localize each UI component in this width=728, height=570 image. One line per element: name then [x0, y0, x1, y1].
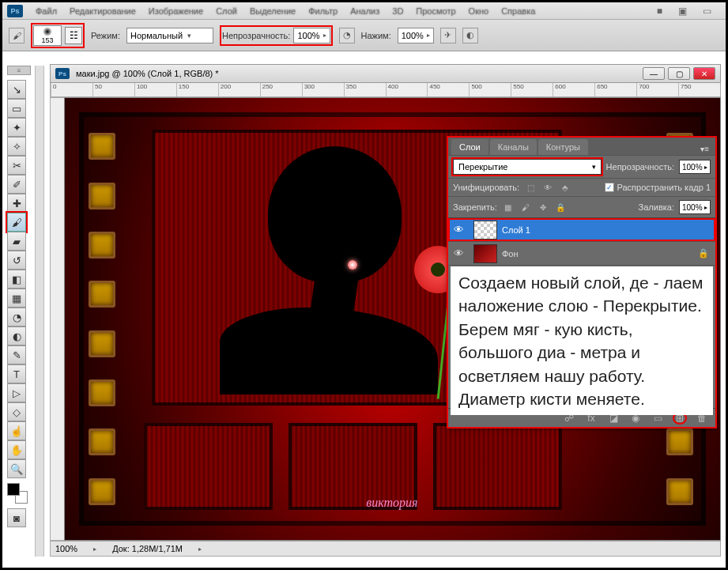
close-button[interactable]: ✕: [693, 67, 715, 80]
maximize-button[interactable]: ▢: [668, 67, 690, 80]
crop-tool[interactable]: ✂: [7, 156, 26, 175]
unify-position-icon[interactable]: ⬚: [524, 182, 537, 193]
dodge-tool[interactable]: ◐: [7, 327, 26, 345]
blend-mode-select[interactable]: Нормальный: [126, 28, 213, 43]
flow-input[interactable]: 100%▸: [398, 28, 434, 43]
layer-opacity-input[interactable]: 100%▸: [679, 160, 711, 174]
gradient-tool[interactable]: ▦: [7, 289, 26, 308]
layer-name[interactable]: Фон: [502, 249, 519, 259]
doc-size-value: 1,28M/1,71M: [132, 544, 183, 553]
layer-thumbnail[interactable]: [473, 221, 497, 240]
fill-label: Заливка:: [639, 202, 674, 212]
blur-tool[interactable]: ◔: [7, 308, 26, 327]
3d-tool[interactable]: ☝: [7, 421, 26, 440]
propagate-checkbox[interactable]: ✓: [605, 183, 614, 192]
tab-layers[interactable]: Слои: [451, 139, 488, 155]
quickmask-icon[interactable]: ◙: [7, 508, 26, 527]
stamp-tool[interactable]: ▰: [7, 232, 26, 251]
menu-image[interactable]: Изображение: [144, 5, 208, 17]
airbrush-icon[interactable]: ✈: [440, 28, 456, 43]
brush-tool[interactable]: 🖌: [7, 213, 26, 232]
menu-window[interactable]: Окно: [464, 5, 494, 17]
menu-layer[interactable]: Слой: [211, 5, 242, 17]
layer-thumbnail[interactable]: [473, 244, 497, 263]
brush-panel-icon[interactable]: ☷: [65, 27, 82, 44]
menu-view[interactable]: Просмотр: [411, 5, 460, 17]
zoom-tool[interactable]: 🔍: [7, 459, 26, 478]
lasso-tool[interactable]: ✦: [7, 118, 26, 137]
menu-select[interactable]: Выделение: [245, 5, 300, 17]
brush-preview[interactable]: 153: [33, 25, 62, 46]
unify-style-icon[interactable]: ⬘: [559, 182, 571, 193]
layer-opacity-label: Непрозрачность:: [606, 162, 674, 172]
propagate-label: Распространить кадр 1: [617, 183, 711, 192]
layer-blend-select[interactable]: Перекрытие ▾: [453, 159, 602, 175]
lock-pixels-icon[interactable]: 🖌: [519, 202, 532, 213]
ruler-vertical[interactable]: [50, 97, 64, 541]
menu-filter[interactable]: Фильтр: [304, 5, 342, 17]
blend-mode-value: Нормальный: [130, 31, 183, 40]
unify-visibility-icon[interactable]: 👁: [541, 182, 554, 193]
options-bar: 🖌 153 ☷ Режим: Нормальный Непрозрачность…: [2, 20, 726, 51]
marquee-tool[interactable]: ▭: [7, 99, 26, 118]
doc-size-label: Док:: [112, 544, 130, 553]
doc-app-icon: Ps: [55, 68, 70, 79]
screen-mode-icon[interactable]: ▣: [673, 4, 692, 18]
workspace-icon[interactable]: ■: [652, 4, 667, 18]
brush-size-value: 153: [41, 36, 53, 44]
heal-tool[interactable]: ✚: [7, 194, 26, 213]
menu-analysis[interactable]: Анализ: [345, 5, 384, 17]
signature: виктория: [366, 496, 417, 510]
menu-help[interactable]: Справка: [496, 5, 540, 17]
lock-label: Закрепить:: [453, 202, 497, 212]
unify-label: Унифицировать:: [453, 183, 519, 192]
history-brush-tool[interactable]: ↺: [7, 251, 26, 270]
layer-row[interactable]: 👁 Слой 1: [448, 218, 715, 242]
arrange-icon[interactable]: ▭: [698, 4, 716, 18]
eyedropper-tool[interactable]: ✐: [7, 175, 26, 194]
document-title: маки.jpg @ 100% (Слой 1, RGB/8) *: [76, 69, 219, 78]
move-tool[interactable]: ↘: [7, 80, 26, 99]
toolbox-grip[interactable]: ≡: [7, 66, 31, 75]
annotation-text: Создаем новый слой, де - лаем наложение …: [451, 266, 713, 415]
toolbox-scroll[interactable]: [35, 66, 44, 557]
app-icon: Ps: [7, 5, 23, 17]
lock-icon: 🔒: [698, 248, 709, 259]
type-tool[interactable]: T: [7, 364, 26, 383]
tool-preset-icon[interactable]: 🖌: [9, 28, 25, 43]
toolbox: ≡ ↘▭✦✧✂✐✚🖌▰↺◧▦◔◐✎T▷◇☝✋🔍 ◙: [7, 66, 31, 527]
panel-tabs: Слои Каналы Контуры ▾≡: [448, 138, 715, 155]
lock-transparency-icon[interactable]: ▦: [502, 202, 515, 213]
layer-name[interactable]: Слой 1: [502, 225, 530, 235]
visibility-icon[interactable]: 👁: [448, 224, 469, 236]
path-tool[interactable]: ▷: [7, 383, 26, 402]
visibility-icon[interactable]: 👁: [448, 247, 469, 259]
foreground-swatch[interactable]: [7, 483, 20, 496]
wand-tool[interactable]: ✧: [7, 137, 26, 156]
menu-edit[interactable]: Редактирование: [65, 5, 141, 17]
lock-all-icon[interactable]: 🔒: [554, 202, 567, 213]
layer-blend-value: Перекрытие: [458, 162, 507, 172]
lock-position-icon[interactable]: ✥: [537, 202, 549, 213]
shape-tool[interactable]: ◇: [7, 402, 26, 421]
document-titlebar[interactable]: Ps маки.jpg @ 100% (Слой 1, RGB/8) * — ▢…: [50, 64, 721, 83]
tab-paths[interactable]: Контуры: [538, 139, 588, 155]
tab-channels[interactable]: Каналы: [490, 139, 537, 155]
pen-tool[interactable]: ✎: [7, 345, 26, 364]
fill-input[interactable]: 100%▸: [679, 200, 711, 214]
minimize-button[interactable]: —: [643, 67, 665, 80]
hand-tool[interactable]: ✋: [7, 440, 26, 459]
panel-menu-icon[interactable]: ▾≡: [697, 143, 712, 155]
status-bar: 100%▸ Док: 1,28M/1,71M▸: [50, 541, 721, 557]
tablet-opacity-icon[interactable]: ◔: [339, 28, 355, 43]
opacity-input[interactable]: 100%▸: [293, 28, 330, 43]
menu-3d[interactable]: 3D: [387, 5, 408, 17]
flow-label: Нажим:: [361, 31, 391, 40]
zoom-value[interactable]: 100%: [55, 544, 77, 553]
eraser-tool[interactable]: ◧: [7, 270, 26, 289]
color-swatches[interactable]: [7, 483, 28, 504]
ruler-horizontal[interactable]: 0501001502002503003504004505005506006507…: [50, 83, 721, 97]
menu-file[interactable]: Файл: [31, 5, 62, 17]
layer-row[interactable]: 👁 Фон 🔒: [448, 242, 715, 266]
tablet-size-icon[interactable]: ◐: [462, 28, 478, 43]
